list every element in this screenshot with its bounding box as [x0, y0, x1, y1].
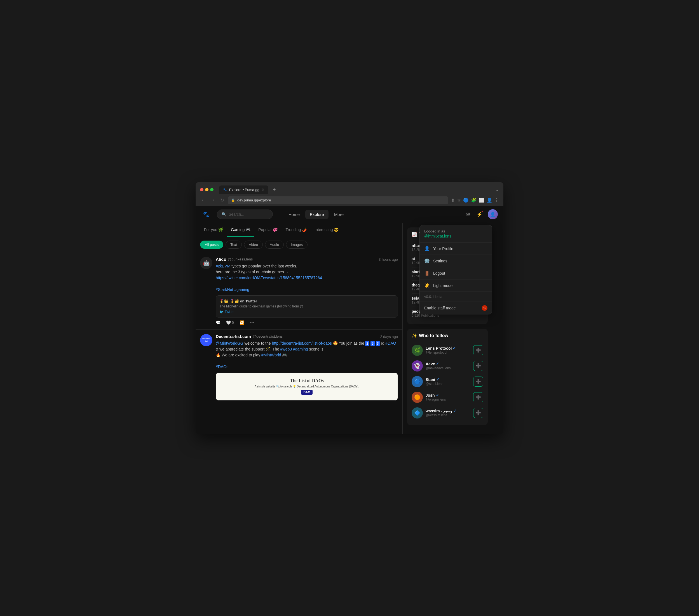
nav-explore[interactable]: Explore [305, 210, 329, 219]
follow-button-aave[interactable]: ➕ [473, 361, 483, 371]
follow-item-aave: 👻 Aave ✓ @aaveaave.lens ➕ [412, 358, 483, 374]
post-1-author: AlicΞ @punkess.lens [216, 257, 253, 262]
post-1-text: #zkEVM types got popular over the last w… [216, 263, 398, 293]
follow-item-wassim: 🔷 wassim - وسيم ✓ @wassim.lens ➕ [412, 405, 483, 421]
post-2-mention[interactable]: @MintWorldGG [216, 341, 243, 346]
follow-item-lens: 🌿 Lens Protocol ✓ @lensprotocol ➕ [412, 343, 483, 358]
post-2-hashtag-gaming[interactable]: #gaming [293, 347, 308, 351]
who-to-follow-section: ✨ Who to follow 🌿 Lens Protocol ✓ @lensp… [407, 329, 488, 425]
follow-title: ✨ Who to follow [412, 333, 483, 338]
window-controls[interactable]: ⌄ [495, 187, 499, 193]
extension-icon[interactable]: 🔵 [463, 198, 469, 203]
staff-mode-item[interactable]: Enable staff mode 🛡 [420, 302, 492, 314]
share-icon[interactable]: ⬆ [451, 198, 455, 203]
logout-item[interactable]: 🚪 Logout [420, 267, 492, 280]
tab-trending[interactable]: Trending 🌶️ [281, 223, 311, 237]
verified-aave: ✓ [436, 362, 439, 366]
forward-button[interactable]: → [210, 196, 216, 204]
filter-audio[interactable]: Audio [265, 241, 284, 249]
post-2-hashtag-daos[interactable]: #DAOs [216, 364, 228, 369]
back-button[interactable]: ← [200, 196, 207, 204]
profile-icon[interactable]: 👤 [487, 198, 492, 203]
follow-avatar-aave: 👻 [412, 360, 423, 372]
post-1-more-button[interactable]: ••• [250, 320, 254, 325]
profile-menu-icon: 👤 [424, 246, 430, 251]
app-logo[interactable]: 🐾 [201, 209, 211, 219]
close-button[interactable] [200, 188, 203, 191]
follow-button-wassim[interactable]: ➕ [473, 408, 483, 418]
user-avatar[interactable]: 👤 [488, 209, 498, 219]
nav-home[interactable]: Home [284, 210, 304, 219]
dropdown-menu: Logged in as @html5cat.lens 👤 Your Profi… [420, 225, 492, 314]
light-mode-label: Light mode [433, 283, 452, 288]
browser-tab-active[interactable]: 🐾 Explore • Puma.gg ✕ [219, 186, 268, 194]
follow-name-josh: Josh ✓ [426, 393, 470, 398]
mail-button[interactable]: ✉ [464, 210, 472, 219]
filter-text[interactable]: Text [226, 241, 242, 249]
embed-source: 🐦 Twitter [220, 310, 394, 314]
verified-lens: ✓ [453, 346, 456, 350]
search-placeholder: Search... [229, 212, 244, 216]
post-1-comment-button[interactable]: 💬 [216, 320, 221, 325]
post-1-share-button[interactable]: 🔁 [239, 320, 244, 325]
sidebar-icon[interactable]: ⬜ [479, 198, 484, 203]
post-2-hashtag-dao[interactable]: #DAO [386, 341, 396, 346]
light-mode-item[interactable]: ☀️ Light mode [420, 280, 492, 292]
post-1-hashtag-gaming[interactable]: #gaming [234, 287, 249, 292]
puzzle-icon[interactable]: 🧩 [471, 198, 476, 203]
menu-icon[interactable]: ⋮ [494, 198, 499, 203]
light-mode-icon: ☀️ [424, 283, 430, 288]
tab-interesting[interactable]: Interesting 😎 [311, 223, 343, 237]
tab-bar: 🐾 Explore • Puma.gg ✕ + [219, 186, 491, 194]
trending-icon: 📈 [412, 232, 417, 237]
post-2-author-name: Decentra-list.com [216, 334, 251, 339]
lock-icon: 🔒 [231, 198, 235, 202]
tab-gaming[interactable]: Gaming 🎮 [227, 223, 254, 237]
post-2-hashtag-web3[interactable]: #web3 [280, 347, 292, 351]
maximize-button[interactable] [210, 188, 213, 191]
tab-popular[interactable]: Popular 💞 [254, 223, 281, 237]
follow-button-lens[interactable]: ➕ [473, 345, 483, 355]
follow-item-josh: 🟠 Josh ✓ @wagmi.lens ➕ [412, 389, 483, 405]
nav-more[interactable]: More [330, 210, 348, 219]
post-1-author-handle: @punkess.lens [228, 257, 253, 261]
refresh-button[interactable]: ↻ [219, 196, 225, 204]
follow-handle-wassim: @wassim.lens [426, 413, 470, 417]
filter-video[interactable]: Video [244, 241, 263, 249]
star-icon[interactable]: ☆ [457, 198, 461, 203]
follow-info-lens: Lens Protocol ✓ @lensprotocol [426, 346, 470, 354]
filter-images[interactable]: Images [286, 241, 307, 249]
filter-pills: All posts Text Video Audio Images [196, 237, 403, 252]
post-1-link[interactable]: https://twitter.com/lordOfAFew/status/15… [216, 276, 322, 280]
post-2-avatar: Decentralist [200, 334, 212, 346]
post-2-image-preview[interactable]: The List of DAOs A simple website 🔍 to s… [216, 373, 398, 401]
follow-button-stani[interactable]: ➕ [473, 376, 483, 387]
address-bar[interactable]: 🔒 dev.puma.gg/explore [228, 196, 448, 204]
post-2-hashtag-mintworld[interactable]: #MintWorld [261, 353, 281, 357]
new-tab-button[interactable]: + [271, 186, 278, 194]
post-1-hashtag-zkevm[interactable]: #zkEVM [216, 264, 230, 268]
your-profile-item[interactable]: 👤 Your Profile [420, 243, 492, 255]
follow-name-stani: Stani ✓ [426, 377, 470, 382]
post-2-header: Decentra-list.com @decentralist.lens 2 d… [216, 334, 398, 339]
follow-avatar-lens: 🌿 [412, 345, 423, 356]
minimize-button[interactable] [205, 188, 209, 191]
post-1-like-button[interactable]: 🤍 5 [226, 320, 234, 325]
follow-handle-lens: @lensprotocol [426, 350, 470, 354]
post-2-link[interactable]: http://decentra-list.com/list-of-daos [272, 341, 332, 346]
tab-close-button[interactable]: ✕ [262, 188, 264, 192]
settings-item[interactable]: ⚙️ Settings [420, 255, 492, 267]
notifications-button[interactable]: ⚡ [475, 210, 484, 219]
post-1-embed[interactable]: 🎖️👑 🎖️👑 on Twitter The Michelin guide to… [216, 295, 398, 318]
follow-handle-stani: @stani.lens [426, 382, 470, 386]
tab-for-you[interactable]: For you 🌿 [200, 223, 227, 237]
follow-button-josh[interactable]: ➕ [473, 392, 483, 402]
dao-badge: DAO [301, 390, 312, 395]
post-1-avatar: 🤖 [200, 257, 212, 269]
version-item: v0.0.1-beta [420, 292, 492, 302]
filter-all-posts[interactable]: All posts [200, 241, 223, 249]
post-1-hashtag-starknet[interactable]: #StarkNet [216, 287, 233, 292]
follow-handle-aave: @aaveaave.lens [426, 366, 470, 370]
post-2: Decentralist Decentra-list.com @decentra… [196, 330, 403, 405]
search-bar[interactable]: 🔍 Search... [217, 210, 273, 219]
